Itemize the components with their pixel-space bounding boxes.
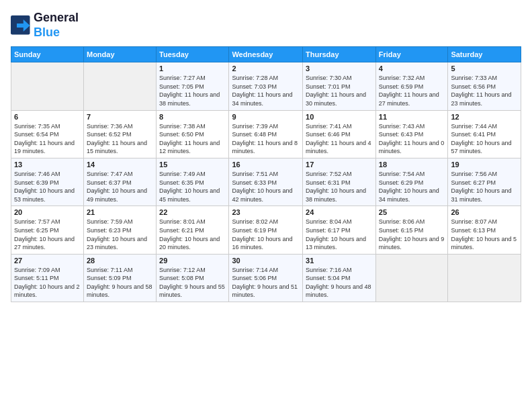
- weekday-header-saturday: Saturday: [448, 47, 521, 62]
- day-cell: 15Sunrise: 7:49 AM Sunset: 6:35 PM Dayli…: [157, 158, 229, 205]
- day-cell: 29Sunrise: 7:12 AM Sunset: 5:08 PM Dayli…: [157, 254, 229, 302]
- day-cell: 11Sunrise: 7:43 AM Sunset: 6:43 PM Dayli…: [375, 110, 448, 158]
- day-number: 9: [232, 113, 300, 121]
- weekday-header-friday: Friday: [375, 47, 448, 62]
- day-info: Sunrise: 7:56 AM Sunset: 6:27 PM Dayligh…: [451, 170, 518, 203]
- day-number: 7: [87, 113, 153, 121]
- week-row-4: 20Sunrise: 7:57 AM Sunset: 6:25 PM Dayli…: [11, 206, 521, 254]
- day-number: 15: [159, 161, 226, 169]
- day-cell: 9Sunrise: 7:39 AM Sunset: 6:48 PM Daylig…: [229, 110, 303, 158]
- day-cell: 28Sunrise: 7:11 AM Sunset: 5:09 PM Dayli…: [83, 254, 156, 302]
- day-cell: 16Sunrise: 7:51 AM Sunset: 6:33 PM Dayli…: [229, 158, 303, 205]
- day-cell: [11, 62, 84, 110]
- day-info: Sunrise: 7:57 AM Sunset: 6:25 PM Dayligh…: [14, 218, 81, 251]
- day-number: 18: [379, 161, 445, 169]
- day-info: Sunrise: 7:11 AM Sunset: 5:09 PM Dayligh…: [87, 266, 153, 300]
- day-info: Sunrise: 7:14 AM Sunset: 5:06 PM Dayligh…: [232, 266, 300, 300]
- day-number: 8: [159, 113, 226, 121]
- day-number: 24: [306, 208, 373, 216]
- day-info: Sunrise: 8:01 AM Sunset: 6:21 PM Dayligh…: [159, 218, 226, 251]
- day-info: Sunrise: 7:52 AM Sunset: 6:31 PM Dayligh…: [306, 170, 373, 203]
- weekday-header-thursday: Thursday: [303, 47, 376, 62]
- day-info: Sunrise: 7:41 AM Sunset: 6:46 PM Dayligh…: [306, 122, 373, 156]
- day-number: 11: [379, 113, 445, 121]
- day-cell: 8Sunrise: 7:38 AM Sunset: 6:50 PM Daylig…: [157, 110, 229, 158]
- day-number: 4: [379, 64, 445, 73]
- day-cell: [83, 62, 156, 110]
- day-info: Sunrise: 7:33 AM Sunset: 6:56 PM Dayligh…: [451, 74, 518, 107]
- day-info: Sunrise: 8:04 AM Sunset: 6:17 PM Dayligh…: [306, 218, 373, 251]
- day-number: 23: [232, 208, 300, 216]
- day-cell: 23Sunrise: 8:02 AM Sunset: 6:19 PM Dayli…: [229, 206, 303, 254]
- day-number: 29: [159, 257, 226, 265]
- week-row-5: 27Sunrise: 7:09 AM Sunset: 5:11 PM Dayli…: [11, 254, 521, 302]
- day-number: 1: [159, 64, 226, 73]
- day-info: Sunrise: 7:49 AM Sunset: 6:35 PM Dayligh…: [159, 170, 226, 203]
- day-number: 17: [306, 161, 373, 169]
- day-info: Sunrise: 7:44 AM Sunset: 6:41 PM Dayligh…: [451, 122, 518, 156]
- day-number: 6: [14, 113, 81, 121]
- day-number: 31: [306, 257, 373, 265]
- day-info: Sunrise: 7:43 AM Sunset: 6:43 PM Dayligh…: [379, 122, 445, 156]
- day-info: Sunrise: 7:39 AM Sunset: 6:48 PM Dayligh…: [232, 122, 300, 156]
- day-number: 27: [14, 257, 81, 265]
- day-number: 2: [232, 64, 300, 73]
- day-cell: 30Sunrise: 7:14 AM Sunset: 5:06 PM Dayli…: [229, 254, 303, 302]
- week-row-2: 6Sunrise: 7:35 AM Sunset: 6:54 PM Daylig…: [11, 110, 521, 158]
- day-info: Sunrise: 8:02 AM Sunset: 6:19 PM Dayligh…: [232, 218, 300, 251]
- day-cell: 25Sunrise: 8:06 AM Sunset: 6:15 PM Dayli…: [375, 206, 448, 254]
- day-number: 14: [87, 161, 153, 169]
- day-cell: 18Sunrise: 7:54 AM Sunset: 6:29 PM Dayli…: [375, 158, 448, 205]
- logo-icon: [11, 15, 31, 36]
- day-info: Sunrise: 7:27 AM Sunset: 7:05 PM Dayligh…: [159, 74, 226, 107]
- day-cell: 4Sunrise: 7:32 AM Sunset: 6:59 PM Daylig…: [375, 62, 448, 110]
- day-number: 26: [451, 208, 518, 216]
- day-info: Sunrise: 7:32 AM Sunset: 6:59 PM Dayligh…: [379, 74, 445, 107]
- day-cell: 5Sunrise: 7:33 AM Sunset: 6:56 PM Daylig…: [448, 62, 521, 110]
- day-info: Sunrise: 7:12 AM Sunset: 5:08 PM Dayligh…: [159, 266, 226, 300]
- day-number: 10: [306, 113, 373, 121]
- week-row-1: 1Sunrise: 7:27 AM Sunset: 7:05 PM Daylig…: [11, 62, 521, 110]
- day-cell: 31Sunrise: 7:16 AM Sunset: 5:04 PM Dayli…: [303, 254, 376, 302]
- day-cell: 7Sunrise: 7:36 AM Sunset: 6:52 PM Daylig…: [83, 110, 156, 158]
- day-number: 5: [451, 64, 518, 73]
- week-row-3: 13Sunrise: 7:46 AM Sunset: 6:39 PM Dayli…: [11, 158, 521, 205]
- day-number: 19: [451, 161, 518, 169]
- day-cell: [375, 254, 448, 302]
- day-info: Sunrise: 7:36 AM Sunset: 6:52 PM Dayligh…: [87, 122, 153, 156]
- day-number: 22: [159, 208, 226, 216]
- day-info: Sunrise: 7:35 AM Sunset: 6:54 PM Dayligh…: [14, 122, 81, 156]
- day-info: Sunrise: 7:46 AM Sunset: 6:39 PM Dayligh…: [14, 170, 81, 203]
- day-info: Sunrise: 7:30 AM Sunset: 7:01 PM Dayligh…: [306, 74, 373, 107]
- day-cell: 6Sunrise: 7:35 AM Sunset: 6:54 PM Daylig…: [11, 110, 84, 158]
- calendar-table: SundayMondayTuesdayWednesdayThursdayFrid…: [11, 46, 521, 302]
- calendar-page: General Blue SundayMondayTuesdayWednesda…: [0, 0, 532, 411]
- day-number: 25: [379, 208, 445, 216]
- day-cell: 24Sunrise: 8:04 AM Sunset: 6:17 PM Dayli…: [303, 206, 376, 254]
- day-cell: 14Sunrise: 7:47 AM Sunset: 6:37 PM Dayli…: [83, 158, 156, 205]
- day-cell: 22Sunrise: 8:01 AM Sunset: 6:21 PM Dayli…: [157, 206, 229, 254]
- day-info: Sunrise: 7:09 AM Sunset: 5:11 PM Dayligh…: [14, 266, 81, 300]
- weekday-header-wednesday: Wednesday: [229, 47, 303, 62]
- day-info: Sunrise: 7:51 AM Sunset: 6:33 PM Dayligh…: [232, 170, 300, 203]
- day-cell: 2Sunrise: 7:28 AM Sunset: 7:03 PM Daylig…: [229, 62, 303, 110]
- day-cell: 27Sunrise: 7:09 AM Sunset: 5:11 PM Dayli…: [11, 254, 84, 302]
- day-cell: 13Sunrise: 7:46 AM Sunset: 6:39 PM Dayli…: [11, 158, 84, 205]
- day-info: Sunrise: 7:59 AM Sunset: 6:23 PM Dayligh…: [87, 218, 153, 251]
- day-number: 13: [14, 161, 81, 169]
- day-cell: [448, 254, 521, 302]
- weekday-header-tuesday: Tuesday: [157, 47, 229, 62]
- weekday-header-row: SundayMondayTuesdayWednesdayThursdayFrid…: [11, 47, 521, 62]
- day-cell: 12Sunrise: 7:44 AM Sunset: 6:41 PM Dayli…: [448, 110, 521, 158]
- day-cell: 17Sunrise: 7:52 AM Sunset: 6:31 PM Dayli…: [303, 158, 376, 205]
- day-info: Sunrise: 7:54 AM Sunset: 6:29 PM Dayligh…: [379, 170, 445, 203]
- day-cell: 20Sunrise: 7:57 AM Sunset: 6:25 PM Dayli…: [11, 206, 84, 254]
- day-info: Sunrise: 7:38 AM Sunset: 6:50 PM Dayligh…: [159, 122, 226, 156]
- day-cell: 26Sunrise: 8:07 AM Sunset: 6:13 PM Dayli…: [448, 206, 521, 254]
- day-info: Sunrise: 7:47 AM Sunset: 6:37 PM Dayligh…: [87, 170, 153, 203]
- day-number: 16: [232, 161, 300, 169]
- day-cell: 21Sunrise: 7:59 AM Sunset: 6:23 PM Dayli…: [83, 206, 156, 254]
- logo: General Blue: [11, 11, 79, 40]
- day-number: 20: [14, 208, 81, 216]
- day-info: Sunrise: 7:16 AM Sunset: 5:04 PM Dayligh…: [306, 266, 373, 300]
